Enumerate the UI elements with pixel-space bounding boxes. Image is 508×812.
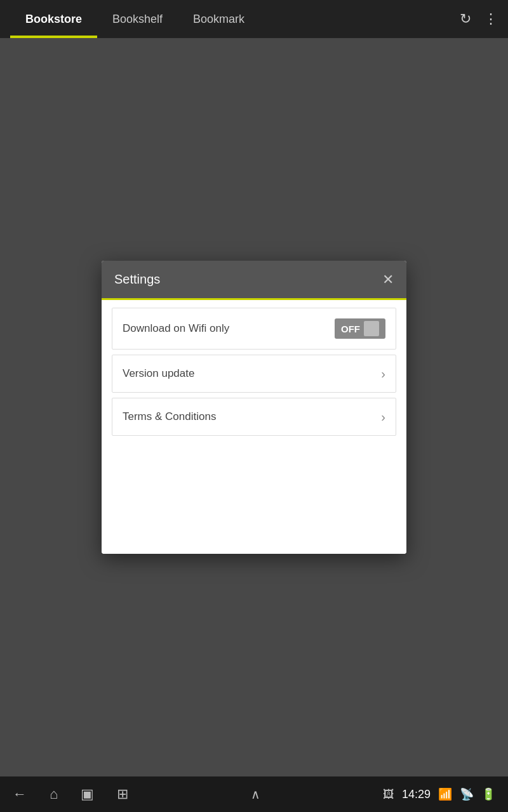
version-update-right: ›	[381, 367, 385, 381]
refresh-icon[interactable]: ↻	[460, 11, 471, 27]
tab-bookshelf[interactable]: Bookshelf	[97, 0, 178, 38]
terms-conditions-right: ›	[381, 410, 385, 424]
recents-icon[interactable]: ▣	[81, 786, 94, 802]
qr-icon[interactable]: ⊞	[117, 786, 128, 802]
chevron-right-icon: ›	[381, 410, 385, 424]
toolbar-actions: ↻ ⋮	[460, 11, 498, 27]
main-content-area: Settings ✕ Download on Wifi only OFF	[0, 38, 508, 776]
toggle-off-label: OFF	[341, 324, 360, 334]
toggle-thumb	[364, 321, 379, 336]
close-icon[interactable]: ✕	[382, 273, 394, 287]
back-icon[interactable]: ←	[13, 786, 27, 802]
tab-group: Bookstore Bookshelf Bookmark	[10, 0, 260, 38]
up-icon[interactable]: ∧	[251, 787, 260, 802]
top-navigation-bar: Bookstore Bookshelf Bookmark ↻ ⋮	[0, 0, 508, 38]
gallery-icon: 🖼	[383, 788, 394, 801]
more-menu-icon[interactable]: ⋮	[484, 11, 498, 27]
signal-icon: 📡	[460, 787, 474, 801]
download-wifi-row[interactable]: Download on Wifi only OFF	[112, 308, 396, 350]
terms-conditions-row[interactable]: Terms & Conditions ›	[112, 398, 396, 436]
bottom-system-bar: ← ⌂ ▣ ⊞ ∧ 🖼 14:29 📶 📡 🔋	[0, 776, 508, 812]
modal-overlay: Settings ✕ Download on Wifi only OFF	[0, 38, 508, 776]
terms-conditions-label: Terms & Conditions	[123, 410, 216, 423]
bottom-nav-left: ← ⌂ ▣ ⊞	[13, 786, 128, 802]
download-wifi-label: Download on Wifi only	[123, 322, 229, 335]
tab-bookstore[interactable]: Bookstore	[10, 0, 97, 38]
battery-icon: 🔋	[481, 787, 495, 801]
home-icon[interactable]: ⌂	[50, 786, 58, 802]
toggle-off[interactable]: OFF	[335, 318, 385, 339]
bottom-status-area: 🖼 14:29 📶 📡 🔋	[383, 787, 495, 801]
download-wifi-toggle-container: OFF	[335, 318, 385, 339]
version-update-row[interactable]: Version update ›	[112, 355, 396, 393]
dialog-title: Settings	[114, 272, 160, 287]
wifi-icon: 📶	[438, 787, 452, 801]
settings-dialog: Settings ✕ Download on Wifi only OFF	[102, 261, 406, 554]
clock-display: 14:29	[402, 788, 431, 801]
dialog-body: Download on Wifi only OFF Version update…	[102, 300, 406, 554]
dialog-header: Settings ✕	[102, 261, 406, 300]
tab-bookmark[interactable]: Bookmark	[178, 0, 260, 38]
version-update-label: Version update	[123, 367, 194, 380]
bottom-nav-center: ∧	[251, 787, 260, 802]
chevron-right-icon: ›	[381, 367, 385, 381]
